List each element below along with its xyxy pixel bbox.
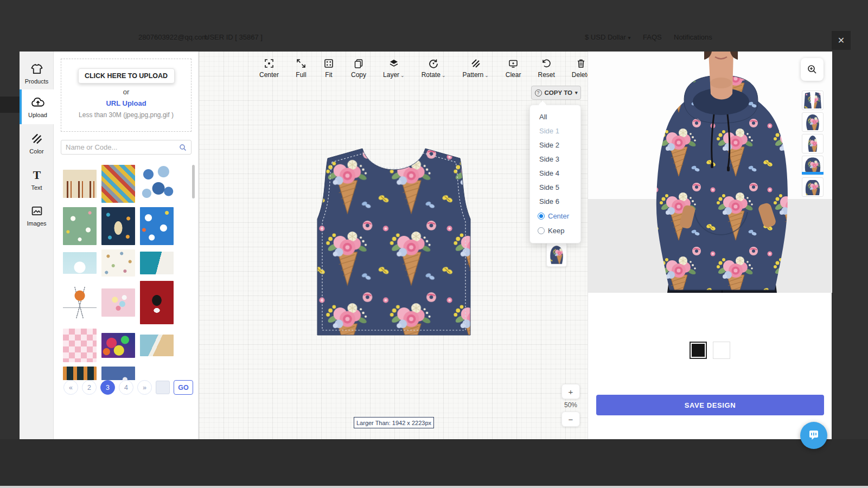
sidebar-item-text[interactable]: T Text	[20, 162, 54, 197]
view-thumbnail-2[interactable]	[802, 112, 824, 132]
zoom-preview-button[interactable]	[801, 58, 824, 81]
thumbnail-dark-gold[interactable]	[63, 367, 97, 380]
thumbnail-happy-easter[interactable]	[63, 252, 97, 274]
save-design-button[interactable]: SAVE DESIGN	[596, 395, 824, 415]
faqs-link[interactable]: FAQS	[643, 33, 662, 41]
pagination-first[interactable]: «	[63, 380, 78, 395]
fit-button[interactable]: Fit	[317, 56, 340, 81]
pagination-page-4[interactable]: 4	[119, 380, 133, 395]
thumbnail-easter-pattern[interactable]	[101, 249, 135, 277]
design-piece-thumbnail[interactable]	[546, 242, 567, 267]
pagination-go-button[interactable]: GO	[174, 380, 193, 395]
copy-to-option-side2[interactable]: Side 2	[530, 138, 580, 152]
pagination-page-3-active[interactable]: 3	[100, 380, 115, 395]
chat-widget-button[interactable]	[800, 422, 827, 449]
grid-scrollbar[interactable]	[192, 165, 195, 198]
pagination-page-input[interactable]	[156, 381, 170, 394]
garment-template[interactable]	[310, 145, 478, 342]
thumbnail-blue-mixed[interactable]	[101, 367, 135, 380]
copy-to-label: COPY TO	[545, 89, 572, 96]
model-photo	[588, 52, 832, 293]
tool-label: Copy	[351, 71, 366, 79]
view-thumbnail-1[interactable]	[802, 91, 824, 110]
tool-label: Full	[296, 71, 306, 79]
copy-to-option-all[interactable]: All	[530, 110, 580, 124]
center-button[interactable]: Center	[253, 56, 285, 81]
thumbnail-boston-terrier[interactable]	[140, 281, 174, 324]
sidebar-item-upload[interactable]: Upload	[20, 89, 54, 124]
svg-text:T: T	[33, 169, 41, 182]
upload-button[interactable]: CLICK HERE TO UPLOAD	[78, 68, 175, 84]
image-icon	[30, 204, 43, 217]
rotate-button[interactable]: Rotate⌄	[416, 56, 452, 81]
copy-to-option-side6[interactable]: Side 6	[530, 195, 580, 209]
full-icon	[296, 58, 307, 69]
color-swatch-black-selected[interactable]	[690, 342, 707, 359]
user-id-label: USER ID [ 35867 ]	[205, 33, 263, 41]
chevron-down-icon: ⌄	[484, 73, 489, 78]
copy-to-option-side3[interactable]: Side 3	[530, 152, 580, 166]
thumbnail-basketball[interactable]	[63, 287, 97, 318]
print-size-label: Larger Than: 1942 x 2223px	[354, 417, 434, 428]
pattern-button[interactable]: Pattern⌄	[457, 56, 495, 81]
currency-dropdown[interactable]: $ USD Dollar ▾	[585, 33, 631, 41]
url-upload-link[interactable]: URL Upload	[61, 99, 191, 107]
upload-dropzone[interactable]: CLICK HERE TO UPLOAD or URL Upload Less …	[61, 59, 192, 132]
thumbnail-african-dancers[interactable]	[63, 170, 97, 198]
sidebar-item-color[interactable]: Color	[20, 126, 54, 160]
notifications-link[interactable]: Notifications	[674, 33, 712, 41]
center-icon	[264, 58, 275, 69]
clear-icon	[508, 58, 519, 69]
thumbnail-blue-geese[interactable]	[140, 207, 174, 245]
thumbnail-blue-leaves[interactable]	[140, 165, 174, 203]
color-swatch-white[interactable]	[713, 342, 730, 359]
copy-to-dropdown: All Side 1 Side 2 Side 3 Side 4 Side 5 S…	[529, 105, 581, 243]
view-thumbnail-3[interactable]	[802, 134, 824, 153]
zoom-out-button[interactable]: −	[561, 412, 580, 427]
copy-to-radio-center[interactable]: Center	[530, 209, 580, 223]
sidebar-item-images[interactable]: Images	[20, 198, 54, 233]
view-thumbnail-5[interactable]	[802, 177, 824, 197]
pagination-next[interactable]: »	[137, 380, 152, 395]
chevron-down-icon: ▾	[575, 90, 578, 95]
tool-sidebar: Products Upload Color T Text Images	[20, 52, 54, 439]
thumbnail-beach[interactable]	[140, 335, 174, 356]
thumbnail-retro-arcade[interactable]	[101, 165, 135, 203]
copy-button[interactable]: Copy	[345, 56, 372, 81]
copy-icon	[353, 58, 364, 69]
zoom-level: 50%	[561, 401, 580, 409]
clear-button[interactable]: Clear	[500, 56, 527, 81]
thumbnail-teal-easter[interactable]	[140, 252, 174, 274]
layer-button[interactable]: Layer⌄	[377, 56, 411, 81]
zoom-in-button[interactable]: +	[561, 384, 580, 399]
close-button[interactable]: ✕	[832, 31, 851, 50]
rotate-icon	[428, 58, 439, 69]
color-swatches	[690, 342, 730, 359]
pagination-page-2[interactable]: 2	[82, 380, 97, 395]
thumbnail-checker-bunnies[interactable]	[63, 329, 97, 362]
reset-button[interactable]: Reset	[532, 56, 560, 81]
pagination: « 2 3 4 » GO	[63, 380, 193, 395]
thumbnail-green-bunnies[interactable]	[63, 207, 97, 245]
copy-to-button[interactable]: ? COPY TO ▾	[531, 86, 581, 100]
chevron-down-icon: ⌄	[400, 73, 405, 78]
thumbnail-navy-bunny[interactable]	[101, 207, 135, 245]
preview-panel: SAVE DESIGN	[588, 52, 832, 439]
search-input[interactable]	[61, 143, 179, 151]
canvas-toolbar: Center Full Fit Copy Layer⌄ Rotate⌄	[253, 56, 597, 81]
selected-view-indicator	[802, 172, 824, 175]
copy-to-radio-keep[interactable]: Keep	[530, 223, 580, 238]
sidebar-item-products[interactable]: Products	[20, 56, 54, 91]
copy-to-option-side5[interactable]: Side 5	[530, 181, 580, 195]
thumbnail-pink-candy[interactable]	[101, 288, 135, 317]
radio-label: Keep	[548, 227, 564, 235]
chevron-down-icon: ⌄	[442, 73, 446, 78]
sidebar-item-label: Images	[27, 220, 46, 227]
thumbnail-graffiti[interactable]	[101, 333, 135, 358]
full-button[interactable]: Full	[290, 56, 312, 81]
cloud-upload-icon	[31, 96, 45, 109]
sidebar-item-label: Upload	[28, 112, 47, 118]
design-editor-modal: Products Upload Color T Text Images CLIC…	[20, 52, 832, 439]
sidebar-item-label: Color	[29, 148, 43, 155]
copy-to-option-side4[interactable]: Side 4	[530, 166, 580, 181]
